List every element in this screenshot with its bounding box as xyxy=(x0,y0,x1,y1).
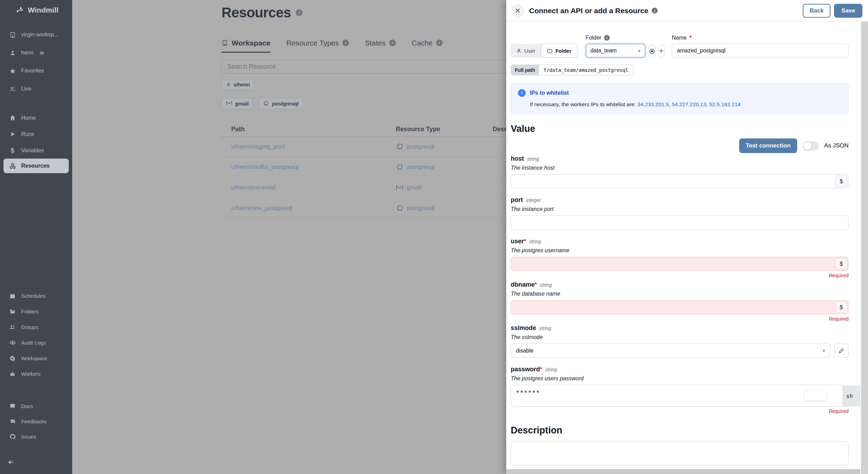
add-folder-button[interactable]: + xyxy=(658,45,665,58)
drawer-vertical-scrollbar[interactable] xyxy=(861,22,868,474)
name-input[interactable] xyxy=(672,44,849,58)
sidebar-item-label: Feedbacks xyxy=(21,418,47,424)
resource-type-cell[interactable]: postgresql xyxy=(396,163,493,171)
edit-button[interactable] xyxy=(834,344,849,358)
user-input[interactable] xyxy=(511,257,849,271)
sidebar-item-label: Docs xyxy=(21,403,33,409)
postgresql-icon xyxy=(396,163,403,171)
resource-type-label: postgresql xyxy=(407,205,434,212)
resource-type-cell[interactable]: postgresql xyxy=(396,204,493,212)
sidebar-nav-secondary: Schedules Folders Groups Audit Logs xyxy=(0,288,72,382)
tab-cache[interactable]: Cache i xyxy=(412,35,443,53)
resource-type-label: postgresql xyxy=(407,164,434,171)
sidebar-item-live[interactable]: Live xyxy=(0,80,72,98)
folder-label: Folder i xyxy=(586,35,645,41)
required-error: Required xyxy=(511,273,849,278)
sidebar-item-runs[interactable]: Runs xyxy=(0,126,72,142)
description-textarea[interactable] xyxy=(511,441,849,465)
as-json-toggle[interactable] xyxy=(803,141,819,151)
pencil-icon xyxy=(838,348,844,354)
user-icon xyxy=(226,82,231,87)
sidebar-item-label: Variables xyxy=(21,147,44,154)
password-input[interactable]: ****** sh xyxy=(511,385,849,407)
resource-path-link[interactable]: u/henri/new_postgresql xyxy=(231,205,292,211)
sidebar-item-audit-logs[interactable]: Audit Logs xyxy=(0,335,72,350)
resource-path-link[interactable]: u/henri/staging_prod xyxy=(231,143,285,150)
sidebar-item-issues[interactable]: Issues xyxy=(0,429,72,444)
drawer-title: Connect an API or add a Resource i xyxy=(529,7,658,15)
variable-picker-button[interactable]: $ xyxy=(835,176,847,187)
sidebar-item-schedules[interactable]: Schedules xyxy=(0,288,72,304)
test-row: Test connection As JSON xyxy=(511,138,849,153)
show-password-tag[interactable]: sh xyxy=(843,386,860,406)
type-chip-postgresql[interactable]: postgresql xyxy=(259,98,303,109)
info-icon: i xyxy=(342,40,349,46)
resource-type-label: postgresql xyxy=(407,143,434,150)
type-chip-label: postgresql xyxy=(272,101,299,107)
full-path-value: f/data_team/amazed_postgresql xyxy=(539,65,633,75)
drawer-horizontal-scrollbar[interactable] xyxy=(506,469,860,474)
close-icon[interactable]: ✕ xyxy=(511,4,524,17)
test-connection-button[interactable]: Test connection xyxy=(739,138,797,153)
field-dbname: dbname*string The database name $ Requir… xyxy=(511,281,849,322)
owner-filter-row: u/henri xyxy=(222,80,254,90)
port-input[interactable] xyxy=(511,215,849,230)
sidebar-item-workers[interactable]: Workers xyxy=(0,366,72,382)
password-reveal-pill[interactable] xyxy=(803,391,828,401)
view-folder-button[interactable] xyxy=(649,45,656,58)
dbname-input[interactable] xyxy=(511,300,849,314)
worker-ips-links[interactable]: 34.233.201.5, 54.227.220.13, 52.5.182.21… xyxy=(637,101,741,107)
back-button[interactable]: Back xyxy=(803,4,831,18)
folder-select[interactable]: data_team ▾ xyxy=(586,44,645,58)
owner-chip[interactable]: u/henri xyxy=(222,80,254,90)
sidebar-item-variables[interactable]: $ Variables xyxy=(0,142,72,159)
collapse-sidebar-button[interactable] xyxy=(4,455,18,469)
tab-workspace[interactable]: Workspace xyxy=(222,35,270,53)
sidebar-item-favorites[interactable]: Favorites xyxy=(0,62,72,80)
sidebar-user-menu[interactable]: henri xyxy=(0,44,72,62)
variable-picker-button[interactable]: $ xyxy=(835,302,847,313)
user-icon xyxy=(516,48,521,53)
sidebar-item-label: Schedules xyxy=(21,293,45,299)
crown-icon xyxy=(40,51,44,55)
scope-segmented-control: User Folder xyxy=(511,44,577,58)
resource-type-cell[interactable]: postgresql xyxy=(396,143,493,151)
play-icon xyxy=(9,131,16,138)
sslmode-select[interactable]: disable ▾ xyxy=(511,344,830,358)
sidebar-item-folders[interactable]: Folders xyxy=(0,304,72,319)
column-header-path: Path xyxy=(222,126,396,133)
info-icon[interactable]: i xyxy=(296,9,302,16)
postgresql-icon xyxy=(263,101,269,107)
full-path: Full path f/data_team/amazed_postgresql xyxy=(511,65,633,75)
tab-states[interactable]: States i xyxy=(365,35,396,53)
drawer-title-text: Connect an API or add a Resource xyxy=(529,7,648,15)
folder-icon xyxy=(9,308,16,315)
scope-user-button[interactable]: User xyxy=(511,44,541,58)
save-button[interactable]: Save xyxy=(834,4,862,18)
sidebar-item-feedbacks[interactable]: Feedbacks xyxy=(0,414,72,429)
chevron-down-icon: ▾ xyxy=(638,48,641,53)
info-icon: i xyxy=(518,89,526,97)
type-chip-gmail[interactable]: gmail xyxy=(222,98,253,109)
resource-type-label: gmail xyxy=(407,184,421,191)
user-name: henri xyxy=(21,50,34,56)
variable-picker-button[interactable]: $ xyxy=(835,258,847,270)
tab-label: Workspace xyxy=(232,39,270,47)
sidebar-workspace-switcher[interactable]: virgin-worksp... xyxy=(0,26,72,44)
sidebar-item-workspace-settings[interactable]: Workspace xyxy=(0,350,72,366)
resource-type-cell[interactable]: gmail xyxy=(396,184,493,191)
host-input[interactable] xyxy=(511,174,849,188)
drawer-body: User Folder Folder i data_ xyxy=(506,22,860,469)
sidebar-item-resources[interactable]: Resources xyxy=(3,159,69,173)
resource-path-link[interactable]: u/henri/soulful_postgresql xyxy=(231,164,299,170)
required-error: Required xyxy=(511,316,849,322)
sidebar-item-groups[interactable]: Groups xyxy=(0,319,72,335)
sidebar-item-docs[interactable]: Docs xyxy=(0,398,72,414)
resource-path-link[interactable]: u/henri/pro-email xyxy=(231,184,276,191)
sidebar-item-label: Audit Logs xyxy=(21,340,46,346)
sidebar-item-home[interactable]: Home xyxy=(0,110,72,126)
brand[interactable]: Windmill xyxy=(0,0,72,20)
tab-resource-types[interactable]: Resource Types i xyxy=(286,35,349,53)
scope-folder-button[interactable]: Folder xyxy=(541,44,577,58)
chevron-down-icon: ▾ xyxy=(823,348,825,353)
